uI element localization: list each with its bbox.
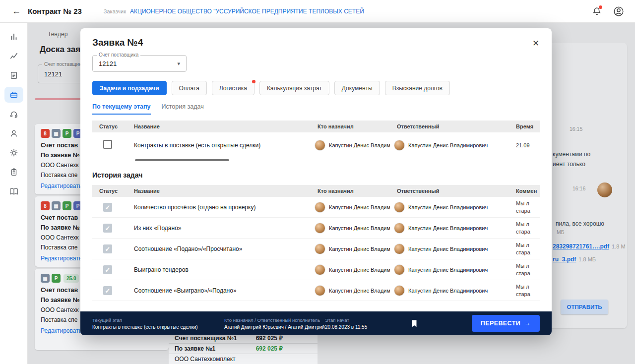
avatar xyxy=(315,243,325,254)
back-arrow-icon[interactable]: ← xyxy=(12,6,21,16)
topbar-icons xyxy=(590,5,625,18)
stage-value: Контракты в поставке (есть открытые сдел… xyxy=(92,324,224,330)
sidebar-item-settings[interactable] xyxy=(4,145,23,161)
sidebar-item-library[interactable] xyxy=(4,183,23,199)
clipboard-icon xyxy=(9,168,18,177)
supplier-select[interactable]: Счет поставщика 12121 ▾ xyxy=(92,55,187,72)
responsible-cell: Капустин Денис Владимирович xyxy=(390,223,509,234)
task-comment: Мы лстара xyxy=(509,221,540,236)
avatar xyxy=(315,285,325,296)
task-name: Соотношение «Выиграно»/«Подано» xyxy=(127,287,311,294)
modal-footer: Текущий этап Контракты в поставке (есть … xyxy=(80,311,552,335)
sidebar-item-deals[interactable] xyxy=(4,87,23,103)
avatar xyxy=(394,202,405,213)
responsible-cell: Капустин Денис Владимирович xyxy=(390,140,509,151)
stage-label: Текущий этап xyxy=(92,317,224,323)
checkbox-checked[interactable]: ✓ xyxy=(103,286,112,295)
bookmark-icon[interactable] xyxy=(409,320,419,327)
assigner-cell: Капустин Денис Владимирович xyxy=(311,140,390,151)
notification-dot xyxy=(599,5,602,9)
assigner-cell: Капустин Денис Владимирович xyxy=(311,243,390,254)
transfer-button[interactable]: ПЕРЕВЕСТИ → xyxy=(472,315,540,332)
subtab-current-stage[interactable]: По текущему этапу xyxy=(92,103,151,115)
topbar: ← Контракт № 23 Заказчик АКЦИОНЕРНОЕ ОБЩ… xyxy=(0,0,635,23)
tab-tasks[interactable]: Задачи и подзадачи xyxy=(92,81,167,95)
task-comment: Мы лстара xyxy=(509,262,540,277)
contracts-icon xyxy=(9,71,18,80)
avatar xyxy=(315,140,325,151)
table-header: Статус Название Кто назначил Ответственн… xyxy=(92,121,540,132)
table-row: Контракты в поставке (есть открытые сдел… xyxy=(92,132,540,158)
account-icon[interactable] xyxy=(612,5,625,18)
task-name: Выиграно тендеров xyxy=(127,266,311,273)
responsible-cell: Капустин Денис Владимирович xyxy=(390,202,509,213)
table-row: ✓ Соотношение «Выиграно»/«Подано» Капуст… xyxy=(92,280,540,301)
close-icon[interactable]: ✕ xyxy=(529,36,543,50)
avatar xyxy=(394,223,405,234)
checkbox-checked[interactable]: ✓ xyxy=(103,265,112,274)
tab-payment[interactable]: Оплата xyxy=(172,81,207,95)
request-modal: ✕ Заявка №4 Счет поставщика 12121 ▾ Зада… xyxy=(80,28,552,335)
sidebar-item-analytics[interactable] xyxy=(4,29,23,45)
modal-title: Заявка №4 xyxy=(92,37,540,48)
person-icon xyxy=(9,129,18,138)
task-time: 21.09 xyxy=(509,142,540,148)
briefcase-icon xyxy=(9,90,18,99)
sidebar-item-clients[interactable] xyxy=(4,125,23,141)
checkbox-checked[interactable]: ✓ xyxy=(103,244,112,253)
assigner-cell: Капустин Денис Владимирович xyxy=(311,285,390,296)
table-header: Статус Название Кто назначил Ответственн… xyxy=(92,185,540,197)
book-icon xyxy=(9,187,18,196)
supplier-select-label: Счет поставщика xyxy=(97,52,140,58)
avatar xyxy=(394,140,405,151)
checkbox-checked[interactable]: ✓ xyxy=(103,203,112,212)
arrow-right-icon: → xyxy=(524,320,531,327)
task-name: Соотношение «Подано»/«Просчитано» xyxy=(127,245,311,252)
sidebar-item-tasks[interactable] xyxy=(4,164,23,180)
task-comment: Мы лстара xyxy=(509,200,540,215)
notification-dot xyxy=(252,80,255,83)
checkbox[interactable] xyxy=(103,140,112,149)
avatar xyxy=(315,223,325,234)
subtab-task-history[interactable]: История задач xyxy=(162,103,204,115)
responsible-cell: Капустин Денис Владимирович xyxy=(390,264,509,275)
assigner-cell: Капустин Денис Владимирович xyxy=(311,202,390,213)
horizontal-scrollbar[interactable] xyxy=(135,159,229,161)
avatar xyxy=(394,264,405,275)
checkbox-checked[interactable]: ✓ xyxy=(103,224,112,233)
sidebar-item-stats[interactable] xyxy=(4,48,23,64)
app-window: ← Контракт № 23 Заказчик АКЦИОНЕРНОЕ ОБЩ… xyxy=(0,0,635,364)
assigner-label: Кто назначил / Ответственный исполнитель xyxy=(224,317,325,323)
table-row: ✓ Из них «Подано» Капустин Денис Владими… xyxy=(92,218,540,239)
sidebar xyxy=(0,23,28,364)
task-comment: Мы лстара xyxy=(509,242,540,256)
stage-start-label: Этап начат xyxy=(325,317,409,323)
bar-chart-icon xyxy=(9,32,18,41)
line-chart-icon xyxy=(9,52,18,61)
avatar xyxy=(394,285,405,296)
bell-icon[interactable] xyxy=(590,5,603,18)
task-name: Из них «Подано» xyxy=(127,225,311,232)
avatar xyxy=(315,202,325,213)
customer-label: Заказчик xyxy=(104,8,126,14)
customer-link[interactable]: АКЦИОНЕРНОЕ ОБЩЕСТВО "УССУРИЙСКОЕ ПРЕДПР… xyxy=(130,8,364,15)
task-name: Контракты в поставке (есть открытые сдел… xyxy=(127,142,311,149)
sidebar-item-contracts[interactable] xyxy=(4,67,23,83)
sidebar-item-support[interactable] xyxy=(4,106,23,122)
table-row: ✓ Количество просчётов (отдано на провер… xyxy=(92,197,540,218)
assigner-value: Агатий Дмитрий Юрьевич / Агатий Дмитрий … xyxy=(224,324,325,330)
stage-start-value: 20.08.2023 в 11:55 xyxy=(325,324,409,330)
supplier-select-value: 12121 xyxy=(99,60,117,67)
modal-subtabs: По текущему этапу История задач xyxy=(92,103,540,115)
tab-documents[interactable]: Документы xyxy=(334,81,380,95)
task-name: Количество просчётов (отдано на проверку… xyxy=(127,204,311,211)
avatar xyxy=(315,264,325,275)
tab-costing[interactable]: Калькуляция затрат xyxy=(259,81,329,95)
assigner-cell: Капустин Денис Владимирович xyxy=(311,264,390,275)
tab-debt-collection[interactable]: Взыскание долгов xyxy=(385,81,450,95)
chevron-down-icon: ▾ xyxy=(177,61,180,67)
table-row: ✓ Соотношение «Подано»/«Просчитано» Капу… xyxy=(92,239,540,259)
responsible-cell: Капустин Денис Владимирович xyxy=(390,243,509,254)
tab-logistics[interactable]: Логистика xyxy=(212,81,254,95)
history-title: История задач xyxy=(92,171,540,179)
